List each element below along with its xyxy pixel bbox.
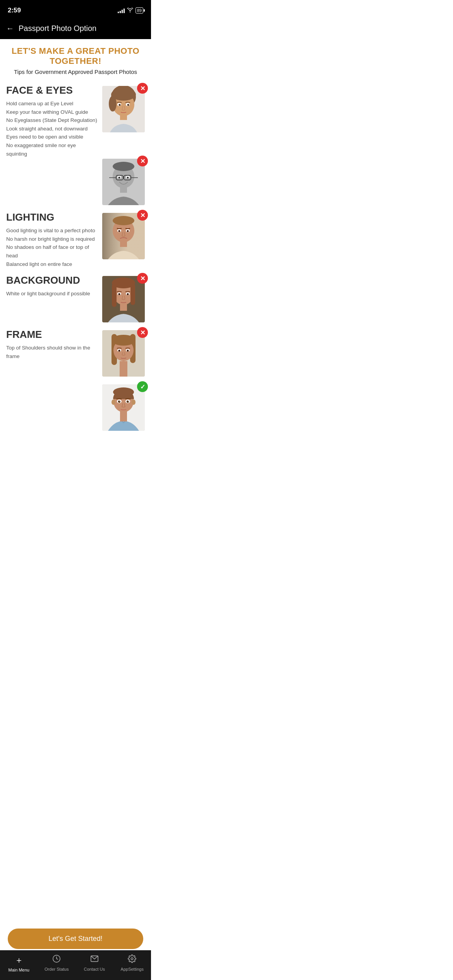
section-background-title: BACKGROUND — [6, 274, 98, 286]
photo-good — [102, 384, 145, 431]
back-button[interactable]: ← — [6, 24, 14, 33]
tip-item: Hold camera up at Eye Level — [6, 99, 98, 108]
section-lighting: LIGHTING Good lighting is vital to a per… — [0, 208, 151, 271]
svg-point-17 — [127, 177, 129, 179]
svg-point-50 — [118, 350, 120, 352]
svg-point-31 — [127, 230, 129, 232]
section-background-tips: White or light background if possible — [6, 290, 98, 298]
tip-item: No shadoes on half of face or top of hea… — [6, 243, 98, 260]
tip-item: No exaggerated smile nor eye squinting — [6, 141, 98, 158]
photo-container-1: ✕ — [102, 86, 145, 132]
svg-point-47 — [112, 335, 135, 346]
svg-rect-53 — [120, 411, 127, 421]
section-frame: FRAME Top of Shoulders should show in th… — [0, 326, 151, 380]
tip-item: Eyes need to be open and visible — [6, 133, 98, 141]
svg-point-5 — [109, 96, 117, 111]
section-face-eyes-content: FACE & EYES Hold camera up at Eye Level … — [6, 84, 98, 158]
photo-badge-x-3: ✕ — [137, 210, 148, 221]
status-icons: 89 — [118, 7, 143, 14]
photo-bad-2 — [102, 159, 145, 205]
main-content: LET'S MAKE A GREAT PHOTO TOGETHER! Tips … — [0, 39, 151, 476]
nav-header: ← Passport Photo Option — [0, 19, 151, 39]
hero-heading: LET'S MAKE A GREAT PHOTO TOGETHER! — [0, 39, 151, 69]
svg-point-62 — [119, 401, 120, 401]
svg-point-27 — [113, 216, 134, 225]
section-face-eyes-title: FACE & EYES — [6, 84, 98, 96]
section-background-content: BACKGROUND White or light background if … — [6, 274, 98, 298]
page-title: Passport Photo Option — [19, 24, 96, 33]
photo-container-6: ✓ — [102, 384, 145, 431]
tip-item: Look straight ahead, not downward — [6, 125, 98, 133]
wifi-icon — [127, 7, 133, 14]
section-lighting-content: LIGHTING Good lighting is vital to a per… — [6, 211, 98, 268]
svg-rect-37 — [130, 284, 135, 305]
photo-bad-4 — [102, 276, 145, 322]
photo-badge-x-1: ✕ — [137, 83, 148, 94]
photo-container-5: ✕ — [102, 330, 145, 377]
photo-container-2: ✕ — [102, 159, 145, 205]
photo-badge-x-2: ✕ — [137, 156, 148, 166]
photo-badge-x-5: ✕ — [137, 327, 148, 338]
tip-item: Keep your face withing OVAL guide — [6, 108, 98, 117]
svg-point-40 — [118, 293, 120, 295]
svg-point-63 — [128, 401, 129, 401]
svg-point-57 — [132, 399, 136, 405]
svg-rect-36 — [112, 284, 117, 307]
signal-icon — [118, 8, 125, 13]
svg-point-9 — [127, 104, 129, 106]
svg-point-30 — [118, 230, 120, 232]
section-frame-title: FRAME — [6, 329, 98, 341]
tip-item: Top of Shoulders should show in the fram… — [6, 344, 98, 360]
svg-point-41 — [127, 293, 129, 295]
tip-item: Balanced light on entire face — [6, 260, 98, 269]
section-frame-tips: Top of Shoulders should show in the fram… — [6, 344, 98, 360]
photo-badge-check: ✓ — [137, 381, 148, 392]
svg-rect-45 — [120, 361, 127, 377]
section-face-eyes-tips: Hold camera up at Eye Level Keep your fa… — [6, 99, 98, 158]
section-background: BACKGROUND White or light background if … — [0, 271, 151, 326]
status-bar: 2:59 89 — [0, 0, 151, 19]
svg-point-51 — [127, 350, 129, 352]
photo-bad-5 — [102, 330, 145, 377]
svg-point-8 — [119, 104, 121, 106]
photo-bad-1 — [102, 86, 145, 132]
photo-container-3: ✕ — [102, 213, 145, 259]
section-lighting-title: LIGHTING — [6, 211, 98, 223]
svg-point-16 — [118, 177, 120, 179]
svg-point-61 — [127, 401, 129, 403]
photo-container-4: ✕ — [102, 276, 145, 322]
tip-item: Good lighting is vital to a perfect phot… — [6, 226, 98, 235]
svg-point-60 — [118, 401, 120, 403]
tip-item: No Eyeglasses (State Dept Regulation) — [6, 116, 98, 125]
svg-point-13 — [113, 162, 134, 171]
photo-bad-3 — [102, 213, 145, 259]
tip-item: White or light background if possible — [6, 290, 98, 298]
section-lighting-tips: Good lighting is vital to a perfect phot… — [6, 226, 98, 268]
section-face-eyes: FACE & EYES Hold camera up at Eye Level … — [0, 81, 151, 161]
battery-icon: 89 — [136, 7, 143, 14]
photo-badge-x-4: ✕ — [137, 273, 148, 284]
section-frame-content: FRAME Top of Shoulders should show in th… — [6, 329, 98, 360]
tip-item: No harsh nor bright lighting is required — [6, 235, 98, 243]
hero-subtitle: Tips for Government Approved Passport Ph… — [0, 69, 151, 81]
svg-point-56 — [112, 399, 115, 405]
status-time: 2:59 — [8, 7, 21, 14]
